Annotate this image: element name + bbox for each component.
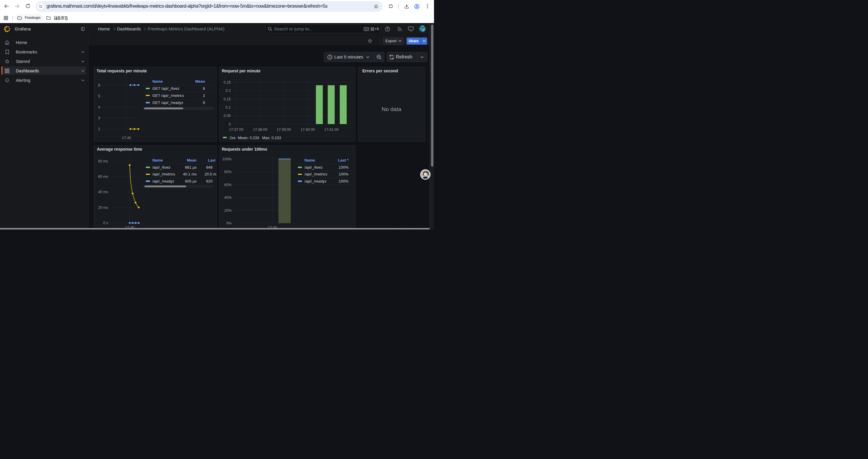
svg-text:0%: 0% xyxy=(226,221,231,225)
svg-text:0.15: 0.15 xyxy=(224,97,231,101)
svg-text:20%: 20% xyxy=(224,208,231,213)
svg-text:4: 4 xyxy=(98,105,100,109)
svg-text:6: 6 xyxy=(98,83,100,88)
svg-text:0.25: 0.25 xyxy=(224,80,231,85)
svg-text:2: 2 xyxy=(98,127,100,131)
svg-text:0: 0 xyxy=(229,122,231,126)
svg-text:17:38:00: 17:38:00 xyxy=(253,128,267,132)
svg-text:80 ms: 80 ms xyxy=(98,159,108,163)
svg-text:0.05: 0.05 xyxy=(224,114,231,118)
svg-text:17:41:00: 17:41:00 xyxy=(324,128,339,132)
svg-text:40 ms: 40 ms xyxy=(98,190,108,194)
svg-text:0 s: 0 s xyxy=(103,221,108,225)
svg-text:40%: 40% xyxy=(224,196,231,200)
svg-text:0.2: 0.2 xyxy=(226,89,231,93)
svg-text:17:37:00: 17:37:00 xyxy=(229,128,243,132)
svg-text:3: 3 xyxy=(98,116,100,120)
svg-text:17:40: 17:40 xyxy=(122,136,131,140)
svg-text:80%: 80% xyxy=(224,170,231,174)
svg-text:17:39:00: 17:39:00 xyxy=(277,128,291,132)
svg-text:60%: 60% xyxy=(224,183,231,187)
svg-text:0.1: 0.1 xyxy=(226,105,231,109)
svg-text:20 ms: 20 ms xyxy=(98,205,108,210)
svg-text:5: 5 xyxy=(98,94,100,98)
svg-text:60 ms: 60 ms xyxy=(98,174,108,179)
svg-text:17:40:00: 17:40:00 xyxy=(301,128,315,132)
svg-text:100%: 100% xyxy=(222,157,231,161)
